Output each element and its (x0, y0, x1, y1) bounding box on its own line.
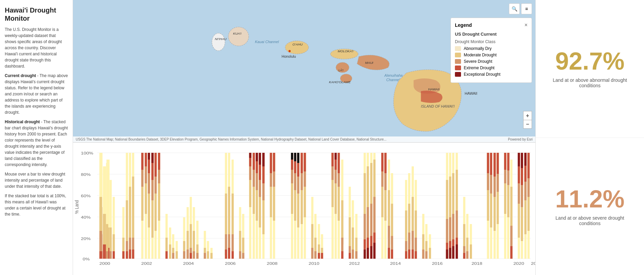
chart-container: 100% 80% 60% 40% 20% 0% % Land (73, 143, 535, 275)
svg-rect-136 (225, 194, 227, 234)
svg-rect-63 (122, 251, 124, 259)
severe-drought-stat: 11.2% (555, 187, 624, 211)
map-container[interactable]: NI'IHAU KUA'I Kauai Channel O'AHU Honolu… (73, 0, 535, 143)
historical-chart[interactable]: 100% 80% 60% 40% 20% 0% % Land (73, 146, 535, 268)
svg-rect-93 (151, 153, 153, 163)
svg-rect-339 (487, 153, 489, 173)
legend-item-1: Moderate Drought (455, 53, 528, 57)
search-icon: 🔍 (512, 6, 517, 12)
svg-rect-106 (169, 244, 171, 259)
svg-rect-101 (158, 153, 160, 170)
legend-close-button[interactable]: × (525, 22, 528, 28)
svg-rect-51 (103, 244, 105, 259)
svg-rect-189 (291, 153, 293, 160)
svg-rect-180 (270, 153, 272, 173)
chart-inner: 100% 80% 60% 40% 20% 0% % Land (73, 146, 535, 275)
svg-text:2002: 2002 (141, 261, 152, 266)
svg-rect-157 (249, 153, 251, 158)
svg-text:2014: 2014 (390, 261, 401, 266)
svg-text:HAWAII: HAWAII (428, 87, 440, 91)
svg-rect-184 (273, 153, 275, 171)
svg-text:2012: 2012 (349, 261, 360, 266)
svg-rect-130 (204, 253, 206, 259)
svg-rect-210 (311, 248, 313, 259)
abnormal-drought-label: Land at or above abnormal drought condit… (546, 77, 634, 88)
legend-title: Legend (455, 22, 472, 28)
abnormally-dry-label: Abnormally Dry (464, 46, 492, 51)
svg-rect-301 (422, 250, 424, 259)
svg-rect-79 (141, 153, 143, 170)
svg-rect-294 (412, 250, 414, 259)
svg-rect-134 (210, 253, 213, 259)
moderate-drought-label: Moderate Drought (464, 53, 497, 57)
historical-drought-text: Historical drought - The stacked bar cha… (5, 119, 68, 168)
svg-rect-311 (446, 250, 448, 259)
svg-rect-47 (99, 231, 102, 251)
map-toolbar: 🔍 ≡ (509, 3, 532, 14)
svg-rect-149 (239, 251, 241, 259)
description-text: The U.S. Drought Monitor is a weekly-upd… (5, 26, 68, 69)
svg-text:100%: 100% (81, 151, 93, 155)
svg-rect-363 (510, 246, 512, 259)
svg-rect-243 (352, 250, 354, 259)
svg-rect-104 (165, 251, 167, 259)
svg-rect-144 (232, 194, 234, 234)
svg-rect-127 (196, 253, 198, 259)
svg-rect-333 (466, 251, 468, 259)
svg-rect-306 (429, 248, 431, 259)
svg-rect-59 (113, 234, 115, 251)
svg-rect-171 (259, 153, 261, 165)
svg-rect-65 (126, 200, 128, 241)
svg-text:80%: 80% (81, 172, 91, 177)
svg-rect-213 (314, 251, 316, 259)
svg-rect-261 (370, 246, 372, 259)
svg-rect-351 (497, 153, 499, 174)
svg-rect-142 (228, 248, 230, 259)
legend-item-3: Extreme Drought (455, 66, 528, 70)
svg-text:40%: 40% (81, 215, 91, 220)
svg-text:MAUI: MAUI (365, 61, 373, 65)
svg-rect-121 (190, 253, 192, 259)
svg-rect-132 (207, 251, 209, 259)
svg-rect-53 (106, 224, 108, 251)
svg-text:% Land: % Land (73, 200, 79, 214)
svg-rect-330 (463, 253, 465, 259)
svg-rect-60 (113, 251, 115, 259)
zoom-out-button[interactable]: − (523, 120, 532, 129)
svg-text:2018: 2018 (472, 261, 482, 266)
zoom-in-button[interactable]: + (523, 111, 532, 120)
svg-rect-236 (341, 251, 343, 259)
svg-rect-203 (301, 153, 303, 173)
svg-rect-219 (321, 253, 323, 259)
svg-rect-146 (232, 251, 234, 259)
main-area: NI'IHAU KUA'I Kauai Channel O'AHU Honolu… (73, 0, 535, 275)
svg-rect-207 (304, 153, 306, 171)
stat-top: 92.7% Land at or above abnormal drought … (536, 0, 644, 138)
abnormal-drought-stat: 92.7% (555, 49, 624, 73)
svg-rect-75 (132, 250, 134, 259)
list-button[interactable]: ≡ (521, 3, 532, 14)
svg-rect-378 (525, 153, 527, 166)
severe-drought-label: Severe Drought (464, 59, 492, 64)
svg-rect-223 (331, 153, 333, 166)
svg-rect-216 (318, 253, 320, 259)
svg-text:O'AHU: O'AHU (293, 42, 303, 46)
svg-rect-117 (187, 250, 189, 259)
search-button[interactable]: 🔍 (509, 3, 520, 14)
svg-rect-290 (408, 250, 410, 259)
svg-rect-335 (470, 244, 472, 259)
svg-rect-46 (99, 197, 102, 231)
extreme-drought-label: Extreme Drought (464, 66, 495, 70)
svg-text:Channel: Channel (386, 78, 400, 82)
svg-rect-109 (172, 253, 174, 259)
svg-rect-83 (145, 153, 147, 166)
svg-rect-111 (176, 251, 178, 259)
svg-rect-228 (335, 153, 337, 160)
svg-rect-326 (456, 244, 458, 259)
svg-text:2006: 2006 (225, 261, 236, 266)
svg-rect-232 (338, 153, 340, 173)
svg-rect-88 (148, 153, 150, 160)
svg-rect-124 (193, 251, 195, 259)
svg-point-8 (289, 50, 291, 52)
svg-rect-56 (110, 227, 112, 251)
